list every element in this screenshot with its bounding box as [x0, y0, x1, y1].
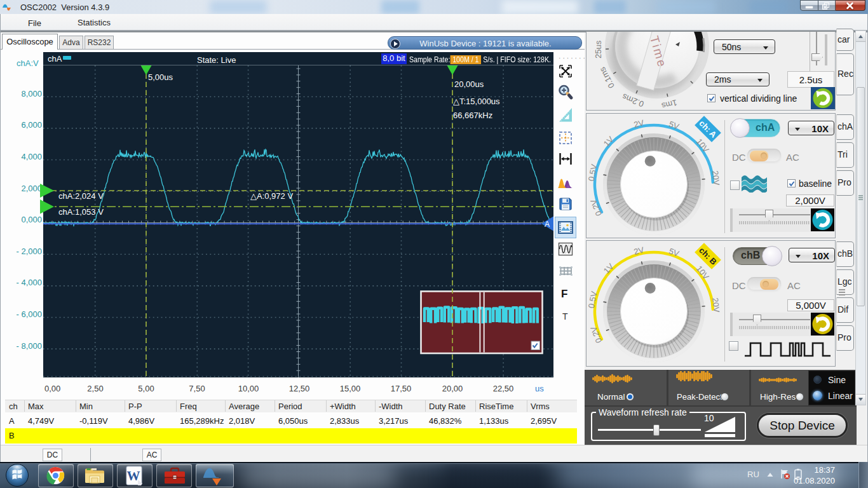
svg-text:66,667kHz: 66,667kHz [453, 111, 492, 120]
svg-text:10V: 10V [695, 264, 711, 281]
svg-text:chA:2,024 V: chA:2,024 V [58, 191, 104, 201]
svg-text:20V: 20V [710, 297, 721, 313]
svg-text:0.2V: 0.2V [588, 198, 604, 217]
svg-text:2V: 2V [633, 118, 645, 129]
svg-text:0.5V: 0.5V [587, 163, 599, 182]
svg-text:1ms: 1ms [660, 98, 678, 111]
svg-text:20,00us: 20,00us [454, 79, 484, 89]
svg-text:25us: 25us [593, 40, 603, 58]
svg-text:△A:0,972 V: △A:0,972 V [250, 191, 293, 201]
svg-text:chA:1,053 V: chA:1,053 V [58, 207, 104, 217]
svg-text:△T:15,000us: △T:15,000us [453, 97, 500, 106]
svg-text:10V: 10V [695, 137, 711, 154]
svg-text:20V: 20V [710, 170, 721, 186]
svg-text:2V: 2V [633, 245, 645, 256]
svg-text:1V: 1V [602, 262, 616, 276]
svg-text:5,00us: 5,00us [148, 72, 173, 82]
svg-text:1V: 1V [602, 135, 616, 149]
svg-text:0.2V: 0.2V [588, 325, 604, 344]
svg-text:0.5V: 0.5V [587, 290, 599, 309]
svg-text:A: A [545, 220, 550, 229]
svg-text:W: W [127, 468, 140, 484]
